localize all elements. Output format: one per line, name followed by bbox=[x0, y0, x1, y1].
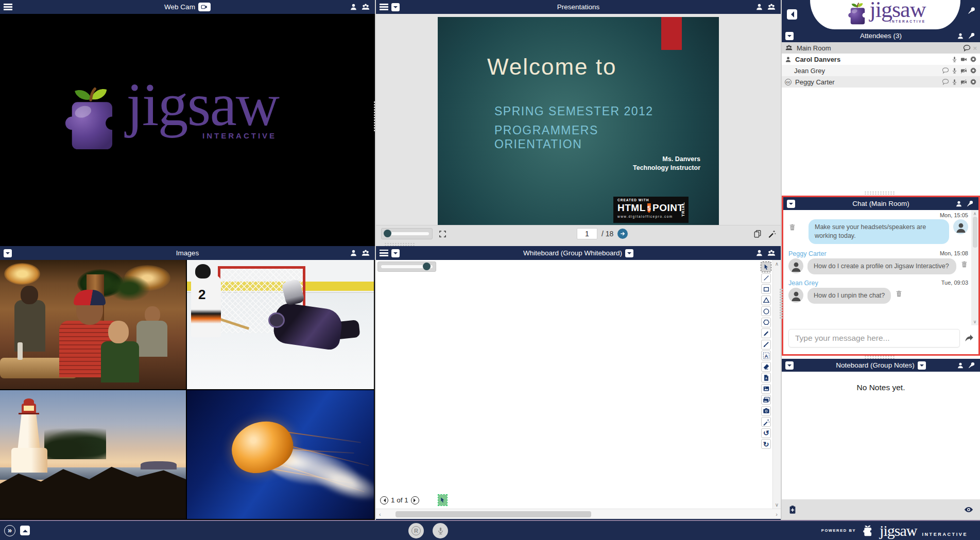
wb-tool-line[interactable] bbox=[761, 273, 771, 283]
mic-icon[interactable] bbox=[951, 56, 958, 63]
mic-icon[interactable] bbox=[951, 79, 958, 85]
attendees-pin-icon[interactable] bbox=[968, 32, 975, 40]
presentations-dropdown-icon[interactable] bbox=[391, 3, 400, 11]
attendee-row-main-room[interactable]: Main Room × bbox=[782, 42, 980, 54]
wb-tool-rectangle[interactable] bbox=[761, 284, 771, 294]
whiteboard-group-icon[interactable] bbox=[767, 249, 776, 257]
wb-tool-pointer-wand[interactable] bbox=[761, 417, 771, 427]
whiteboard-title-dropdown-icon[interactable] bbox=[625, 249, 633, 257]
whiteboard-attendee-icon[interactable] bbox=[755, 249, 763, 257]
resize-handle-vertical[interactable] bbox=[779, 288, 783, 319]
copy-slide-icon[interactable] bbox=[753, 230, 762, 238]
whiteboard-hscrollbar[interactable]: ‹ › bbox=[376, 509, 781, 519]
wb-tool-pdf-export[interactable]: A bbox=[761, 373, 771, 382]
chat-message-input[interactable] bbox=[788, 329, 960, 347]
image-thumb-hockey[interactable]: 2 bbox=[187, 260, 374, 389]
room-close-icon[interactable]: × bbox=[973, 44, 977, 52]
wb-tool-triangle[interactable] bbox=[761, 295, 771, 305]
expand-dock-icon[interactable]: » bbox=[4, 525, 15, 536]
attendee-row-jean[interactable]: Jean Grey bbox=[782, 65, 980, 76]
scroll-up-icon[interactable]: ∧ bbox=[973, 211, 977, 216]
webcam-video-icon[interactable] bbox=[198, 3, 211, 11]
attendee-row-peggy[interactable]: cc Peggy Carter bbox=[782, 76, 980, 88]
attendees-person-icon[interactable] bbox=[957, 32, 964, 40]
noteboard-title-dropdown-icon[interactable] bbox=[918, 361, 926, 370]
wb-tool-snapshot[interactable] bbox=[761, 406, 771, 416]
camera-off-icon[interactable] bbox=[960, 79, 968, 85]
webcam-attendee-icon[interactable] bbox=[350, 3, 357, 11]
chat-pin-icon[interactable] bbox=[966, 200, 974, 207]
webcam-menu-icon[interactable] bbox=[4, 4, 12, 10]
scroll-left-icon[interactable]: ‹ bbox=[379, 511, 381, 517]
webcam-group-icon[interactable] bbox=[361, 3, 370, 11]
mic-icon[interactable] bbox=[951, 67, 958, 74]
images-group-icon[interactable] bbox=[361, 249, 370, 257]
wb-tool-redo[interactable]: ↻ bbox=[761, 439, 771, 449]
slide-page-input[interactable] bbox=[577, 228, 597, 239]
noteboard-person-icon[interactable] bbox=[957, 362, 964, 369]
image-thumb-restaurant[interactable] bbox=[0, 260, 186, 389]
active-tool-cursor-icon[interactable] bbox=[438, 495, 447, 506]
delete-message-icon[interactable] bbox=[960, 260, 968, 268]
attendees-dropdown-icon[interactable] bbox=[785, 32, 794, 40]
camera-off-icon[interactable] bbox=[960, 67, 968, 74]
gear-icon[interactable] bbox=[970, 67, 977, 74]
hscroll-thumb[interactable] bbox=[396, 511, 591, 517]
scroll-down-icon[interactable]: ∨ bbox=[973, 319, 977, 324]
presentation-zoom-slider[interactable] bbox=[381, 228, 433, 239]
image-thumb-lighthouse[interactable] bbox=[0, 390, 186, 519]
send-message-icon[interactable] bbox=[964, 333, 974, 343]
noteboard-pin-icon[interactable] bbox=[968, 361, 975, 369]
wb-tool-insert-image[interactable] bbox=[761, 384, 771, 394]
attendee-row-carol[interactable]: Carol Danvers bbox=[782, 54, 980, 65]
wb-tool-polygon[interactable] bbox=[761, 318, 771, 327]
presentation-slide[interactable]: Welcome to SPRING SEMESTER 2012 PROGRAMM… bbox=[438, 17, 719, 225]
sidebar-pin-icon[interactable] bbox=[967, 6, 976, 15]
next-page-button[interactable] bbox=[411, 496, 419, 504]
delete-message-icon[interactable] bbox=[895, 290, 903, 298]
wb-tool-eraser[interactable] bbox=[761, 362, 771, 372]
visibility-eye-icon[interactable] bbox=[964, 505, 974, 514]
wb-tool-undo[interactable]: ↺ bbox=[761, 428, 771, 438]
delete-message-icon[interactable] bbox=[788, 223, 796, 231]
whiteboard-dropdown-icon[interactable] bbox=[391, 249, 400, 257]
images-attendee-icon[interactable] bbox=[350, 249, 357, 257]
add-note-icon[interactable] bbox=[788, 505, 797, 514]
chat-bubble-icon[interactable] bbox=[942, 78, 949, 85]
chat-dropdown-icon[interactable] bbox=[787, 200, 795, 208]
chat-person-icon[interactable] bbox=[955, 200, 962, 207]
wb-tool-brush[interactable] bbox=[761, 340, 771, 350]
chat-bubble-icon[interactable] bbox=[942, 67, 949, 74]
prev-page-button[interactable] bbox=[380, 496, 388, 504]
microphone-button[interactable] bbox=[433, 523, 448, 538]
next-slide-button[interactable] bbox=[617, 229, 628, 239]
record-button[interactable]: R bbox=[408, 523, 424, 538]
image-thumb-jellyfish[interactable] bbox=[187, 390, 374, 519]
room-chat-icon[interactable] bbox=[963, 44, 971, 52]
wb-tool-circle[interactable] bbox=[761, 306, 771, 316]
wb-tool-text[interactable]: A bbox=[761, 351, 771, 360]
annotate-wand-icon[interactable] bbox=[768, 230, 776, 238]
raise-hand-up-icon[interactable] bbox=[20, 526, 30, 535]
presentations-group-icon[interactable] bbox=[767, 3, 776, 11]
presentations-menu-icon[interactable] bbox=[380, 4, 388, 10]
presentations-attendee-icon[interactable] bbox=[755, 3, 763, 11]
noteboard-dropdown-icon[interactable] bbox=[785, 361, 794, 370]
fullscreen-icon[interactable] bbox=[439, 230, 446, 238]
chat-scrollbar[interactable]: ∧ ∨ bbox=[971, 210, 978, 325]
whiteboard-zoom-slider[interactable] bbox=[377, 262, 436, 272]
whiteboard-menu-icon[interactable] bbox=[380, 250, 388, 256]
scroll-right-icon[interactable]: › bbox=[776, 511, 778, 517]
wb-tool-select[interactable] bbox=[761, 262, 771, 272]
scroll-down-icon[interactable]: ∨ bbox=[775, 502, 779, 508]
camera-icon[interactable] bbox=[960, 56, 968, 63]
images-dropdown-icon[interactable] bbox=[4, 249, 12, 257]
wb-tool-pencil[interactable] bbox=[761, 328, 771, 338]
sidebar-collapse-button[interactable] bbox=[787, 9, 797, 20]
scroll-up-icon[interactable]: ∧ bbox=[775, 261, 779, 267]
wb-tool-gallery[interactable] bbox=[761, 395, 771, 405]
gear-icon[interactable] bbox=[970, 78, 977, 85]
gear-icon[interactable] bbox=[970, 56, 977, 63]
whiteboard-canvas[interactable]: AA↺↻ ∧ ∨ 1 of 1 bbox=[376, 260, 781, 509]
resize-handle-horizontal[interactable] bbox=[864, 191, 895, 195]
